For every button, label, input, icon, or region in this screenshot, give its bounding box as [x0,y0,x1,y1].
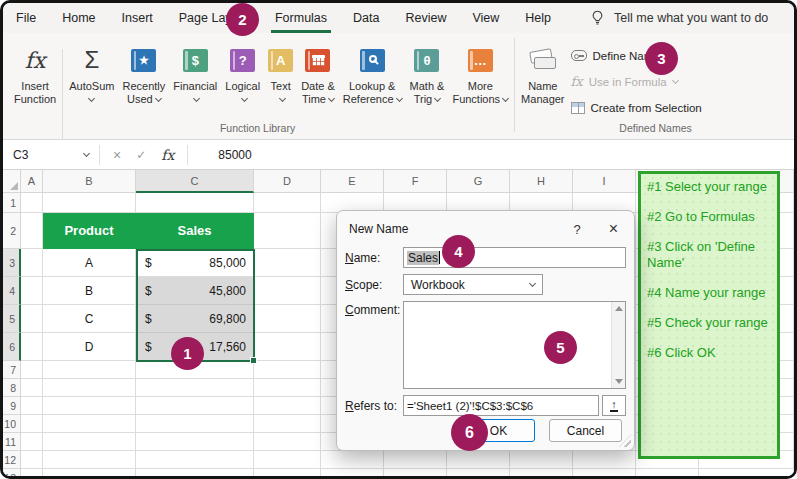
refers-to-input[interactable]: ='Sheet1 (2)'!$C$3:$C$6 [403,395,599,416]
column-header-F[interactable]: F [384,170,447,193]
recently-used-button[interactable]: ★ Recently Used [118,44,169,106]
text-button[interactable]: A Text [264,44,297,106]
range-picker-button[interactable]: ↑ [602,395,626,416]
row-header-12[interactable]: 12 [3,451,21,469]
column-header-E[interactable]: E [321,170,384,193]
cell-C2[interactable]: Sales [136,213,254,249]
cell-A1[interactable] [21,193,43,213]
cell-B9[interactable] [43,397,136,415]
tab-data[interactable]: Data [340,3,392,33]
cell-C3[interactable]: $85,000 [136,249,254,277]
row-header-3[interactable]: 3 [3,249,21,277]
cell-D6[interactable] [254,333,321,361]
create-from-selection-button[interactable]: Create from Selection [571,99,702,116]
row-header-7[interactable]: 7 [3,361,21,379]
date-time-button[interactable]: Date & Time [297,44,339,106]
cell-C11[interactable] [136,433,254,451]
cell-D3[interactable] [254,249,321,277]
cell-B8[interactable] [43,379,136,397]
cell-B2[interactable]: Product [43,213,136,249]
column-header-B[interactable]: B [43,170,136,193]
formula-value[interactable]: 85000 [188,148,251,162]
cell-D5[interactable] [254,305,321,333]
cell-empty[interactable] [636,469,699,476]
cell-C9[interactable] [136,397,254,415]
cell-E12[interactable] [321,451,384,469]
cell-A13[interactable] [21,469,43,476]
scroll-up-icon[interactable] [615,306,623,311]
cell-A3[interactable] [21,249,43,277]
cell-A11[interactable] [21,433,43,451]
name-manager-button[interactable]: Name Manager [517,44,568,106]
help-icon[interactable]: ? [573,222,580,237]
tab-review[interactable]: Review [392,3,459,33]
define-name-button[interactable]: Define Name [571,47,702,64]
logical-button[interactable]: ? Logical [221,44,264,106]
tab-insert[interactable]: Insert [109,3,166,33]
lookup-reference-button[interactable]: Lookup & Reference [339,44,406,106]
cell-A6[interactable] [21,333,43,361]
cell-A9[interactable] [21,397,43,415]
row-header-11[interactable]: 11 [3,433,21,451]
row-header-4[interactable]: 4 [3,277,21,305]
column-header-I[interactable]: I [573,170,636,193]
row-header-9[interactable]: 9 [3,397,21,415]
cell-H13[interactable] [510,469,573,476]
cell-D7[interactable] [254,361,321,379]
cell-I13[interactable] [573,469,636,476]
cell-D2[interactable] [254,213,321,249]
row-header-5[interactable]: 5 [3,305,21,333]
tell-me-box[interactable]: Tell me what you want to do [590,10,768,26]
cell-I12[interactable] [573,451,636,469]
row-header-1[interactable]: 1 [3,193,21,213]
cell-D1[interactable] [254,193,321,213]
row-header-8[interactable]: 8 [3,379,21,397]
cancel-button[interactable]: Cancel [549,419,622,442]
cell-B1[interactable] [43,193,136,213]
cell-A5[interactable] [21,305,43,333]
cell-B7[interactable] [43,361,136,379]
cell-F12[interactable] [384,451,447,469]
cell-C8[interactable] [136,379,254,397]
cell-B11[interactable] [43,433,136,451]
cell-C4[interactable]: $45,800 [136,277,254,305]
financial-button[interactable]: $ Financial [169,44,221,106]
cell-D8[interactable] [254,379,321,397]
tab-file[interactable]: File [3,3,49,33]
cell-A8[interactable] [21,379,43,397]
enter-icon[interactable]: ✓ [136,148,146,162]
name-input[interactable]: Sales [403,247,626,268]
cell-G13[interactable] [447,469,510,476]
cell-F13[interactable] [384,469,447,476]
scrollbar[interactable] [611,302,625,388]
cell-E13[interactable] [321,469,384,476]
cell-B5[interactable]: C [43,305,136,333]
row-header-6[interactable]: 6 [3,333,21,361]
column-header-G[interactable]: G [447,170,510,193]
cell-B4[interactable]: B [43,277,136,305]
cell-H12[interactable] [510,451,573,469]
cell-C5[interactable]: $69,800 [136,305,254,333]
cell-A2[interactable] [21,213,43,249]
row-header-2[interactable]: 2 [3,213,21,249]
column-header-D[interactable]: D [254,170,321,193]
insert-function-fx-icon[interactable]: fx [161,147,174,163]
cell-C10[interactable] [136,415,254,433]
cell-A4[interactable] [21,277,43,305]
cell-D9[interactable] [254,397,321,415]
cell-empty[interactable] [699,469,794,476]
cell-B3[interactable]: A [43,249,136,277]
cell-B13[interactable] [43,469,136,476]
cell-B12[interactable] [43,451,136,469]
insert-function-button[interactable]: fx Insert Function [10,44,60,106]
cell-D13[interactable] [254,469,321,476]
cancel-icon[interactable]: × [113,147,121,163]
cell-C12[interactable] [136,451,254,469]
cell-D4[interactable] [254,277,321,305]
tab-formulas[interactable]: Formulas [262,3,340,33]
name-box[interactable]: C3 [3,140,99,169]
cell-A10[interactable] [21,415,43,433]
cell-D12[interactable] [254,451,321,469]
use-in-formula-button[interactable]: fx Use in Formula [571,73,702,90]
cell-B10[interactable] [43,415,136,433]
